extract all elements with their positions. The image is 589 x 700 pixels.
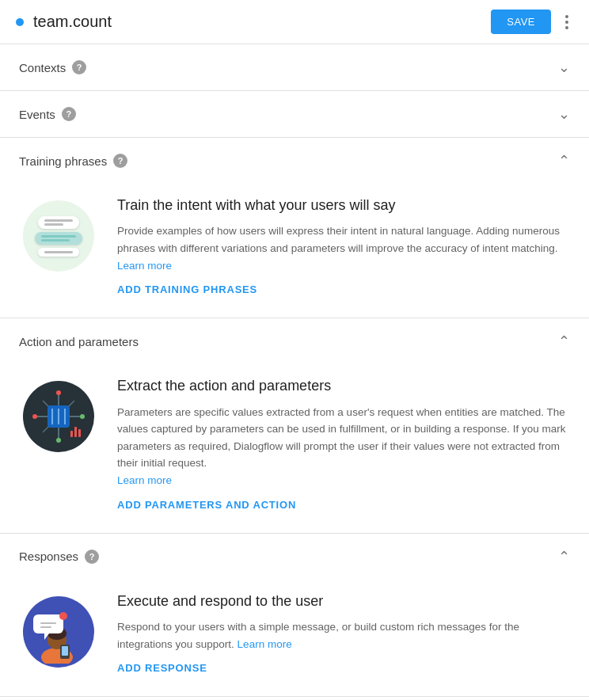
svg-point-27 (59, 612, 67, 620)
events-chevron: ⌄ (558, 105, 570, 123)
response-illus-circle (23, 596, 94, 668)
svg-rect-17 (78, 429, 81, 437)
training-illus-wrap (19, 196, 98, 276)
responses-section: Responses ? ⌃ (0, 534, 589, 698)
responses-learn-more[interactable]: Learn more (238, 638, 292, 650)
action-parameters-description: Parameters are specific values extracted… (117, 404, 570, 489)
response-illus-wrap (19, 592, 98, 671)
bubble-line (41, 235, 76, 238)
add-response-button[interactable]: ADD RESPONSE (117, 662, 207, 674)
more-options-button[interactable] (560, 10, 573, 34)
action-parameters-chevron: ⌃ (558, 333, 570, 350)
svg-point-11 (32, 414, 37, 419)
action-parameters-title: Action and parameters (19, 335, 139, 348)
responses-heading: Execute and respond to the user (117, 592, 570, 611)
bubble-line (44, 251, 73, 253)
training-phrases-body: Train the intent with what your users wi… (0, 184, 589, 318)
contexts-section: Contexts ? ⌄ (0, 44, 589, 91)
action-illus-wrap (19, 377, 98, 456)
responses-title: Responses (19, 550, 78, 563)
events-header-left: Events ? (19, 107, 76, 121)
svg-line-4 (43, 401, 49, 407)
training-phrases-header[interactable]: Training phrases ? ⌃ (0, 138, 589, 184)
svg-point-13 (56, 390, 61, 395)
svg-rect-22 (62, 646, 68, 656)
contexts-help-icon[interactable]: ? (72, 60, 86, 74)
training-phrases-chevron: ⌃ (558, 152, 570, 169)
training-phrases-heading: Train the intent with what your users wi… (117, 196, 570, 215)
header: team.count SAVE (0, 0, 589, 44)
training-phrases-text: Train the intent with what your users wi… (117, 196, 570, 295)
svg-point-14 (56, 438, 61, 443)
training-phrases-header-left: Training phrases ? (19, 154, 127, 168)
fulfillment-header[interactable]: Fulfillment ? ⌄ (0, 697, 589, 700)
contexts-chevron: ⌄ (558, 59, 570, 76)
svg-rect-15 (70, 431, 73, 437)
fulfillment-section: Fulfillment ? ⌄ (0, 697, 589, 700)
contexts-header[interactable]: Contexts ? ⌄ (0, 44, 589, 90)
training-phrases-content: Train the intent with what your users wi… (19, 196, 570, 295)
action-parameters-section: Action and parameters ⌃ (0, 318, 589, 533)
svg-point-12 (80, 414, 85, 419)
responses-body: Execute and respond to the user Respond … (0, 580, 589, 697)
bubble-2 (35, 232, 82, 245)
action-parameters-header-left: Action and parameters (19, 335, 139, 348)
more-dot-2 (565, 21, 568, 24)
bubble-line (44, 219, 73, 222)
training-phrases-learn-more[interactable]: Learn more (117, 260, 172, 272)
action-illus-circle (23, 381, 94, 452)
svg-rect-16 (74, 427, 77, 437)
training-illus-circle (23, 200, 94, 272)
responses-content: Execute and respond to the user Respond … (19, 592, 570, 675)
chat-bubbles (35, 216, 82, 257)
svg-line-6 (43, 426, 49, 432)
circuit-svg (27, 385, 90, 448)
events-help-icon[interactable]: ? (62, 107, 76, 121)
add-parameters-button[interactable]: ADD PARAMETERS AND ACTION (117, 499, 296, 511)
action-parameters-body: Extract the action and parameters Parame… (0, 364, 589, 532)
bubble-line (41, 239, 70, 242)
events-header[interactable]: Events ? ⌄ (0, 91, 589, 137)
training-phrases-description: Provide examples of how users will expre… (117, 223, 570, 274)
svg-line-5 (68, 401, 74, 407)
action-parameters-header[interactable]: Action and parameters ⌃ (0, 318, 589, 364)
add-training-phrases-button[interactable]: ADD TRAINING PHRASES (117, 283, 257, 295)
action-parameters-text: Extract the action and parameters Parame… (117, 377, 570, 510)
action-parameters-heading: Extract the action and parameters (117, 377, 570, 395)
responses-header-left: Responses ? (19, 550, 99, 564)
action-parameters-content: Extract the action and parameters Parame… (19, 377, 570, 510)
contexts-header-left: Contexts ? (19, 60, 86, 74)
contexts-title: Contexts (19, 61, 66, 74)
training-phrases-title: Training phrases (19, 154, 107, 168)
bubble-3 (38, 248, 79, 257)
bubble-line (44, 223, 63, 226)
events-title: Events (19, 108, 55, 121)
page-title: team.count (33, 13, 491, 31)
status-dot (16, 18, 24, 26)
responses-text: Execute and respond to the user Respond … (117, 592, 570, 675)
bubble-1 (38, 216, 79, 229)
events-section: Events ? ⌄ (0, 91, 589, 138)
save-button[interactable]: SAVE (491, 10, 551, 34)
responses-help-icon[interactable]: ? (85, 550, 99, 564)
responses-illustration (19, 592, 98, 671)
training-phrases-section: Training phrases ? ⌃ (0, 138, 589, 318)
responses-description: Respond to your users with a simple mess… (117, 618, 570, 652)
responses-header[interactable]: Responses ? ⌃ (0, 534, 589, 580)
training-phrases-help-icon[interactable]: ? (113, 154, 127, 168)
response-svg (27, 600, 90, 664)
responses-chevron: ⌃ (558, 548, 570, 565)
action-parameters-learn-more[interactable]: Learn more (117, 474, 172, 486)
action-parameters-illustration (19, 377, 98, 456)
more-dot-3 (565, 26, 568, 29)
training-phrases-illustration (19, 196, 98, 276)
more-dot-1 (565, 15, 568, 18)
